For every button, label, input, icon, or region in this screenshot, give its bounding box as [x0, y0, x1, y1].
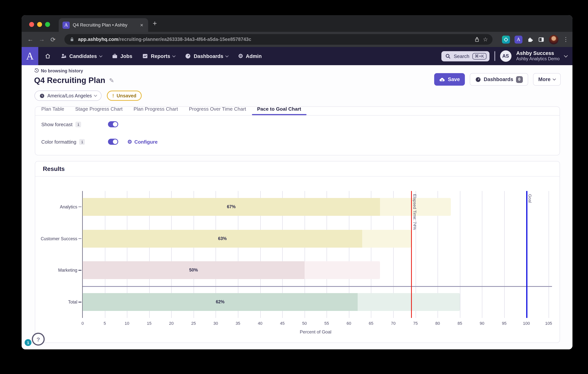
browser-tab[interactable]: A Q4 Recruiting Plan • Ashby ×: [59, 18, 148, 32]
close-window-button[interactable]: [29, 22, 34, 27]
info-icon[interactable]: i: [79, 139, 85, 145]
extensions-puzzle-icon[interactable]: [527, 36, 534, 43]
teal-extension-icon[interactable]: [502, 35, 510, 43]
gauge-icon: [475, 76, 481, 82]
minimize-window-button[interactable]: [37, 22, 42, 27]
search-icon: [445, 53, 451, 59]
side-panel-icon[interactable]: [538, 36, 545, 43]
bookmark-star-icon[interactable]: ☆: [483, 36, 488, 43]
forward-icon[interactable]: →: [36, 36, 47, 43]
edit-title-icon[interactable]: ✎: [109, 77, 114, 84]
tab-progress-over-time-chart[interactable]: Progress Over Time Chart: [184, 107, 251, 115]
x-tick-label: 60: [346, 321, 351, 325]
tab-stage-progress-chart[interactable]: Stage Progress Chart: [70, 107, 128, 115]
search-input[interactable]: Search ⌘+K: [441, 51, 489, 61]
dashboards-button[interactable]: Dashboards 0: [470, 73, 528, 86]
tab-title: Q4 Recruiting Plan • Ashby: [73, 22, 136, 28]
category-label-customer-success: Customer Success: [41, 236, 77, 241]
ashby-favicon: A: [63, 21, 70, 29]
tab-plan-progress-chart[interactable]: Plan Progress Chart: [128, 107, 183, 115]
show-forecast-toggle[interactable]: [108, 121, 118, 127]
browsing-history-note[interactable]: No browsing history: [34, 68, 83, 73]
ashby-logo[interactable]: A: [21, 47, 38, 65]
x-tick-label: 70: [391, 321, 396, 325]
tab-pace-to-goal-chart[interactable]: Pace to Goal Chart: [252, 107, 306, 115]
url-bar[interactable]: app.ashbyhq.com/recruiting-planner/ea263…: [64, 34, 493, 45]
show-forecast-row: Show forecast i: [35, 116, 560, 133]
account-name: Ashby Success: [516, 50, 560, 56]
browser-menu-icon[interactable]: ⋮: [563, 36, 569, 43]
color-formatting-row: Color formatting i ⚙ Configure: [35, 133, 560, 150]
nav-admin[interactable]: ⚙ Admin: [238, 53, 262, 60]
browser-window: A Q4 Recruiting Plan • Ashby × + ← → ⟳ a…: [21, 15, 572, 349]
plan-controls-card: Plan Table Stage Progress Chart Plan Pro…: [35, 107, 560, 155]
x-tick-label: 35: [236, 321, 240, 325]
search-label: Search: [454, 53, 469, 59]
page-content: No browsing history Q4 Recruiting Plan ✎…: [21, 65, 572, 349]
x-tick-label: 10: [125, 321, 129, 325]
x-tick-label: 80: [435, 321, 440, 325]
chevron-down-icon: [553, 77, 556, 81]
x-tick-label: 20: [169, 321, 174, 325]
x-tick-label: 105: [545, 321, 552, 325]
plot-area: 67%Analytics63%Customer Success50%Market…: [83, 191, 549, 318]
warning-icon: !: [112, 93, 114, 98]
x-axis-label: Percent of Goal: [83, 329, 549, 335]
x-tick-label: 5: [104, 321, 106, 325]
screen: A Q4 Recruiting Plan • Ashby × + ← → ⟳ a…: [0, 0, 588, 374]
ref-line-goal: [526, 191, 527, 318]
chart-row-marketing: 50%Marketing: [83, 255, 549, 286]
account-names[interactable]: Ashby Success Ashby Analytics Demo: [516, 50, 560, 62]
timezone-selector[interactable]: America/Los Angeles: [34, 91, 102, 101]
results-heading: Results: [35, 161, 560, 176]
cloud-upload-icon: [439, 76, 445, 82]
x-tick-label: 15: [147, 321, 152, 325]
account-chevron-icon[interactable]: [564, 53, 568, 57]
history-note-label: No browsing history: [41, 68, 83, 73]
x-tick-label: 0: [82, 321, 84, 325]
color-formatting-toggle[interactable]: [108, 139, 118, 145]
nav-jobs[interactable]: Jobs: [112, 53, 132, 59]
back-icon[interactable]: ←: [25, 36, 36, 43]
reload-icon[interactable]: ⟳: [47, 36, 59, 43]
jobs-icon: [112, 53, 118, 59]
help-button[interactable]: ?: [32, 333, 45, 346]
nav-items: Candidates Jobs Reports: [45, 53, 262, 60]
chevron-down-icon: [99, 54, 102, 57]
category-label-analytics: Analytics: [60, 205, 77, 209]
x-tick-label: 40: [258, 321, 262, 325]
tab-close-icon[interactable]: ×: [139, 22, 144, 28]
browser-toolbar: ← → ⟳ app.ashbyhq.com/recruiting-planner…: [21, 32, 572, 47]
info-icon[interactable]: i: [76, 121, 81, 127]
x-tick-label: 90: [480, 321, 484, 325]
account-org: Ashby Analytics Demo: [516, 56, 560, 62]
nav-candidates-label: Candidates: [69, 53, 97, 59]
category-tick: [78, 302, 82, 302]
chart-row-analytics: 67%Analytics: [83, 191, 549, 223]
nav-admin-label: Admin: [246, 53, 262, 59]
configure-link[interactable]: ⚙ Configure: [127, 139, 158, 145]
tab-plan-table[interactable]: Plan Table: [36, 107, 70, 115]
ashby-extension-icon[interactable]: A: [514, 35, 523, 43]
nav-candidates[interactable]: Candidates: [61, 53, 102, 59]
nav-reports-label: Reports: [151, 53, 170, 59]
browser-profile-avatar[interactable]: [549, 35, 558, 44]
history-icon: [34, 68, 39, 73]
plan-view-tabs: Plan Table Stage Progress Chart Plan Pro…: [35, 107, 560, 116]
app-nav-bar: A Candidates: [21, 47, 572, 65]
zoom-window-button[interactable]: [45, 22, 50, 27]
help-notification-badge: 1: [25, 339, 32, 346]
lock-icon: [69, 36, 75, 43]
x-tick-label: 55: [324, 321, 329, 325]
more-button[interactable]: More: [533, 73, 561, 86]
nav-home[interactable]: [45, 53, 51, 59]
save-button[interactable]: Save: [434, 73, 465, 86]
share-icon[interactable]: [474, 36, 480, 43]
nav-dashboards[interactable]: Dashboards: [185, 53, 228, 59]
account-avatar[interactable]: AS: [500, 50, 511, 62]
new-tab-button[interactable]: +: [153, 20, 157, 27]
x-tick-label: 65: [369, 321, 374, 325]
color-formatting-label: Color formatting: [41, 139, 76, 145]
nav-reports[interactable]: Reports: [142, 53, 175, 59]
gear-icon: ⚙: [238, 53, 243, 60]
